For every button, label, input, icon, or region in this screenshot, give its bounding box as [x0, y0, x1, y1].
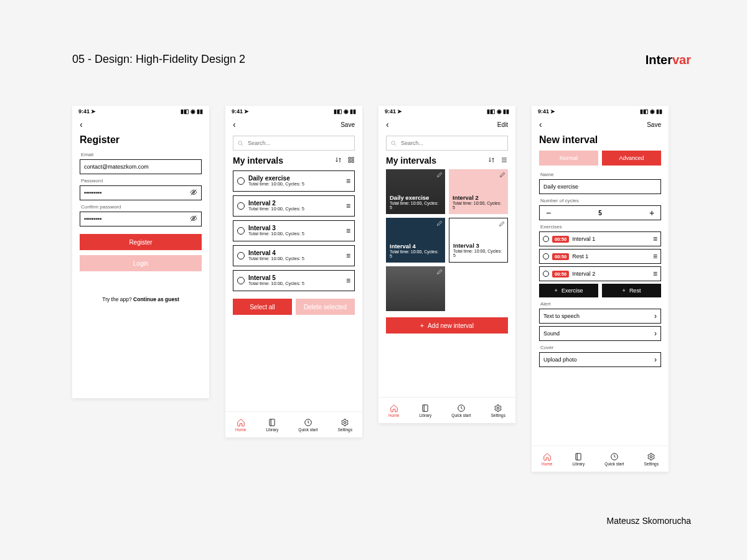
- tab-settings[interactable]: Settings: [491, 404, 505, 418]
- drag-handle-icon[interactable]: ≡: [346, 226, 350, 235]
- search-input[interactable]: [386, 136, 508, 151]
- svg-rect-6: [349, 157, 350, 159]
- cover-label: Cover: [540, 345, 661, 350]
- plus-button[interactable]: +: [643, 206, 660, 220]
- intervals-heading: My intervals: [233, 156, 283, 166]
- edit-action[interactable]: Edit: [497, 121, 508, 128]
- interval-card[interactable]: Interval 2 Total time: 10:00, Cycles: 5: [449, 169, 508, 214]
- password-field[interactable]: •••••••••: [80, 185, 202, 200]
- back-button[interactable]: ‹: [539, 119, 542, 129]
- drag-handle-icon[interactable]: ≡: [653, 269, 657, 278]
- tab-library[interactable]: Library: [419, 404, 431, 418]
- segment-advanced[interactable]: Advanced: [602, 151, 661, 166]
- tab-quickstart[interactable]: Quick start: [451, 404, 471, 418]
- edit-icon[interactable]: [499, 172, 505, 179]
- edit-icon[interactable]: [499, 221, 505, 228]
- save-action[interactable]: Save: [341, 121, 355, 128]
- interval-row[interactable]: Interval 3 Total time: 10:00, Cycles: 5 …: [233, 220, 355, 241]
- card-sub: Total time: 10:00, Cycles: 5: [390, 250, 441, 259]
- back-button[interactable]: ‹: [386, 119, 389, 129]
- edit-icon[interactable]: [436, 172, 443, 179]
- cycles-stepper[interactable]: − 5 +: [539, 205, 661, 220]
- tab-home[interactable]: Home: [388, 404, 399, 418]
- interval-sub: Total time: 10:00, Cycles: 5: [248, 231, 342, 236]
- svg-point-13: [344, 421, 346, 424]
- radio-select[interactable]: [543, 253, 549, 259]
- interval-card[interactable]: Interval 3 Total time: 10:00, Cycles: 5: [449, 218, 508, 263]
- interval-card[interactable]: Interval 4 Total time: 10:00, Cycles: 5: [386, 218, 445, 263]
- tab-library[interactable]: Library: [572, 452, 585, 466]
- time-badge: 00:50: [552, 253, 569, 260]
- tab-quickstart[interactable]: Quick start: [604, 452, 624, 466]
- edit-icon[interactable]: [436, 220, 443, 228]
- grid-view-icon[interactable]: [347, 156, 355, 165]
- interval-row[interactable]: Interval 2 Total time: 10:00, Cycles: 5 …: [233, 195, 355, 217]
- segment-normal[interactable]: Normal: [539, 151, 598, 166]
- exercise-row[interactable]: 00:50 Interval 1 ≡: [539, 231, 661, 246]
- add-new-interval-button[interactable]: + Add new interval: [386, 317, 508, 334]
- tab-library[interactable]: Library: [266, 418, 278, 432]
- status-time: 9:41: [78, 108, 90, 114]
- login-button[interactable]: Login: [80, 255, 202, 271]
- radio-select[interactable]: [543, 236, 549, 242]
- chevron-right-icon: ›: [654, 355, 657, 364]
- drag-handle-icon[interactable]: ≡: [346, 276, 350, 285]
- radio-select[interactable]: [237, 177, 245, 185]
- interval-row[interactable]: Interval 4 Total time: 10:00, Cycles: 5 …: [233, 245, 355, 266]
- add-exercise-button[interactable]: +Exercise: [539, 284, 598, 297]
- status-bar: 9:41 ➤ ▮◧◉▮▮: [225, 106, 362, 117]
- opt-label: Sound: [543, 330, 560, 337]
- sort-icon[interactable]: [488, 156, 496, 165]
- alert-sound-option[interactable]: Sound›: [539, 326, 661, 341]
- register-button[interactable]: Register: [80, 234, 202, 250]
- time-badge: 00:50: [552, 271, 569, 278]
- interval-card[interactable]: Daily exercise Total time: 10:00, Cycles…: [386, 169, 445, 214]
- drag-handle-icon[interactable]: ≡: [653, 252, 657, 261]
- back-button[interactable]: ‹: [233, 119, 236, 129]
- save-action[interactable]: Save: [647, 121, 661, 128]
- radio-select[interactable]: [237, 227, 245, 235]
- minus-button[interactable]: −: [540, 206, 557, 220]
- name-field[interactable]: [539, 179, 661, 194]
- radio-select[interactable]: [237, 277, 245, 284]
- edit-icon[interactable]: [436, 269, 443, 276]
- interval-sub: Total time: 10:00, Cycles: 5: [248, 281, 342, 286]
- upload-photo-option[interactable]: Upload photo›: [539, 352, 661, 367]
- tab-home[interactable]: Home: [542, 452, 552, 466]
- add-rest-button[interactable]: +Rest: [602, 284, 661, 297]
- select-all-button[interactable]: Select all: [233, 299, 292, 315]
- drag-handle-icon[interactable]: ≡: [346, 251, 350, 260]
- signal-icon: ▮◧: [181, 108, 189, 114]
- list-view-icon[interactable]: [500, 156, 508, 165]
- alert-tts-option[interactable]: Text to speech›: [539, 309, 661, 324]
- exercise-row[interactable]: 00:50 Rest 1 ≡: [539, 249, 661, 264]
- email-field[interactable]: [80, 159, 202, 174]
- screen-intervals-list: 9:41 ➤ ▮◧◉▮▮ ‹ Save My intervals Daily e…: [225, 106, 362, 437]
- delete-selected-button[interactable]: Delete selected: [296, 299, 355, 315]
- eye-off-icon[interactable]: [190, 215, 197, 223]
- eye-off-icon[interactable]: [190, 189, 197, 197]
- interval-card[interactable]: [386, 266, 445, 311]
- interval-row[interactable]: Interval 5 Total time: 10:00, Cycles: 5 …: [233, 270, 355, 291]
- radio-select[interactable]: [237, 252, 245, 259]
- search-input[interactable]: [233, 136, 355, 151]
- brand-pre: Inter: [646, 53, 672, 67]
- back-button[interactable]: ‹: [80, 119, 83, 129]
- drag-handle-icon[interactable]: ≡: [346, 202, 350, 210]
- continue-as-guest[interactable]: Try the app? Continue as guest: [80, 296, 202, 302]
- exercise-name: Interval 1: [572, 236, 650, 242]
- status-indicators: ▮◧ ◉ ▮▮: [181, 108, 203, 114]
- tab-home[interactable]: Home: [235, 418, 246, 432]
- svg-point-4: [238, 141, 242, 144]
- exercise-row[interactable]: 00:50 Interval 2 ≡: [539, 266, 661, 281]
- radio-select[interactable]: [543, 271, 549, 277]
- radio-select[interactable]: [237, 202, 245, 210]
- tab-settings[interactable]: Settings: [644, 452, 659, 466]
- drag-handle-icon[interactable]: ≡: [653, 235, 657, 243]
- drag-handle-icon[interactable]: ≡: [346, 177, 350, 185]
- tab-quickstart[interactable]: Quick start: [298, 418, 317, 432]
- confirm-password-field[interactable]: •••••••••: [80, 212, 202, 226]
- sort-icon[interactable]: [335, 156, 342, 165]
- tab-settings[interactable]: Settings: [337, 418, 352, 432]
- interval-row[interactable]: Daily exercise Total time: 10:00, Cycles…: [233, 170, 355, 192]
